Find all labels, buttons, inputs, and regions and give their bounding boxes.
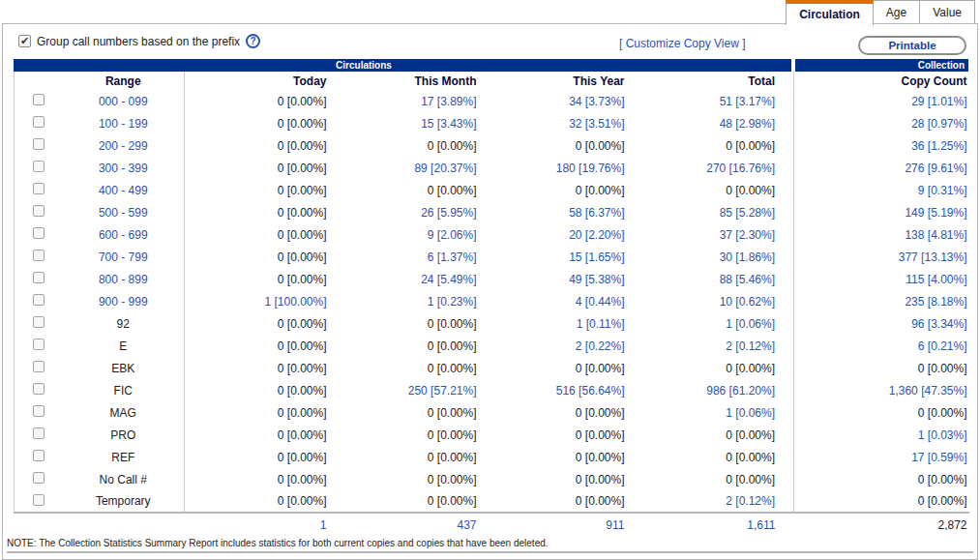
today-value: 0 [0.00%]: [278, 428, 327, 442]
row-checkbox[interactable]: [33, 227, 45, 239]
this-year-value[interactable]: 49 [5.38%]: [569, 273, 624, 286]
row-checkbox[interactable]: [33, 116, 45, 128]
this-year-value[interactable]: 34 [3.73%]: [569, 95, 624, 108]
totals-total[interactable]: 1,611: [747, 518, 775, 532]
total-value[interactable]: 51 [3.17%]: [720, 95, 775, 108]
group-prefix-checkbox[interactable]: ✔: [18, 35, 31, 47]
this-month-value[interactable]: 17 [3.89%]: [421, 95, 476, 108]
this-year-value[interactable]: 20 [2.20%]: [569, 228, 624, 242]
this-month-value[interactable]: 24 [5.49%]: [421, 273, 476, 286]
total-value[interactable]: 1 [0.06%]: [726, 406, 775, 420]
copy-count-value[interactable]: 377 [13.13%]: [899, 251, 967, 264]
row-checkbox[interactable]: [33, 472, 45, 484]
today-value: 0 [0.00%]: [278, 451, 327, 464]
row-checkbox[interactable]: [33, 205, 45, 217]
total-value[interactable]: 986 [61.20%]: [706, 384, 775, 398]
copy-count-value[interactable]: 138 [4.81%]: [905, 228, 966, 242]
range-link[interactable]: 000 - 099: [99, 95, 148, 108]
this-month-value[interactable]: 89 [20.37%]: [414, 162, 476, 175]
customize-copy-view-link[interactable]: [ Customize Copy View ]: [619, 37, 746, 50]
tab-age[interactable]: Age: [873, 0, 920, 23]
table-row: 900 - 9991 [100.00%]1 [0.23%]4 [0.44%]10…: [15, 290, 969, 312]
totals-this-year[interactable]: 911: [606, 518, 624, 532]
help-icon[interactable]: ?: [246, 34, 260, 48]
copy-count-value[interactable]: 96 [3.34%]: [911, 317, 966, 331]
range-link[interactable]: 300 - 399: [99, 162, 148, 175]
this-month-value[interactable]: 26 [5.95%]: [421, 206, 476, 220]
today-value[interactable]: 1 [100.00%]: [264, 295, 326, 309]
row-checkbox[interactable]: [33, 294, 45, 306]
copy-count-value[interactable]: 235 [8.18%]: [905, 295, 966, 309]
copy-count-value[interactable]: 276 [9.61%]: [905, 162, 966, 175]
tab-circulation[interactable]: Circulation: [786, 0, 874, 25]
row-checkbox[interactable]: [33, 183, 45, 194]
this-month-value: 0 [0.00%]: [428, 317, 477, 331]
row-checkbox[interactable]: [33, 383, 45, 395]
totals-today[interactable]: 1: [320, 518, 327, 532]
row-checkbox[interactable]: [33, 405, 45, 417]
range-link[interactable]: 700 - 799: [99, 251, 148, 264]
printable-button[interactable]: Printable: [858, 36, 966, 55]
total-value[interactable]: 270 [16.76%]: [706, 162, 775, 175]
this-year-value[interactable]: 516 [56.64%]: [556, 384, 625, 398]
copy-count-value[interactable]: 115 [4.00%]: [906, 273, 966, 286]
row-checkbox[interactable]: [33, 494, 45, 506]
copy-count-value[interactable]: 9 [0.31%]: [918, 184, 967, 197]
total-value[interactable]: 48 [2.98%]: [720, 117, 775, 131]
this-month-value[interactable]: 9 [2.06%]: [428, 228, 477, 242]
table-row: FIC0 [0.00%]250 [57.21%]516 [56.64%]986 …: [15, 379, 969, 401]
this-year-value[interactable]: 32 [3.51%]: [569, 117, 624, 131]
this-year-value[interactable]: 58 [6.37%]: [569, 206, 624, 220]
total-value[interactable]: 1 [0.06%]: [726, 317, 775, 331]
copy-count-value[interactable]: 1,360 [47.35%]: [889, 384, 967, 398]
copy-count-value[interactable]: 149 [5.19%]: [905, 206, 966, 220]
range-link[interactable]: 400 - 499: [99, 184, 148, 197]
copy-count-value[interactable]: 36 [1.25%]: [911, 139, 966, 153]
total-value[interactable]: 85 [5.28%]: [720, 206, 775, 220]
range-link[interactable]: 600 - 699: [99, 228, 148, 242]
copy-count-value: 0 [0.00%]: [918, 362, 967, 375]
this-month-value[interactable]: 6 [1.37%]: [428, 251, 477, 264]
range-link[interactable]: 800 - 899: [99, 273, 148, 286]
range-link[interactable]: 900 - 999: [99, 295, 148, 309]
row-checkbox[interactable]: [33, 361, 45, 372]
total-value[interactable]: 88 [5.46%]: [720, 273, 775, 286]
row-checkbox[interactable]: [33, 339, 45, 350]
this-year-value[interactable]: 2 [0.22%]: [576, 339, 625, 353]
row-checkbox[interactable]: [33, 427, 45, 439]
table-row: 400 - 4990 [0.00%]0 [0.00%]0 [0.00%]0 [0…: [15, 179, 969, 201]
row-checkbox[interactable]: [33, 250, 45, 261]
total-value[interactable]: 2 [0.12%]: [726, 494, 775, 508]
range-link[interactable]: 100 - 199: [99, 117, 148, 131]
copy-count-value[interactable]: 17 [0.59%]: [911, 451, 966, 464]
this-month-value[interactable]: 15 [3.43%]: [421, 117, 476, 131]
row-checkbox[interactable]: [33, 161, 45, 172]
totals-this-month[interactable]: 437: [457, 518, 476, 532]
total-value[interactable]: 2 [0.12%]: [726, 339, 775, 353]
row-checkbox[interactable]: [33, 138, 45, 150]
tab-value[interactable]: Value: [919, 0, 975, 23]
row-checkbox[interactable]: [33, 272, 45, 283]
total-value[interactable]: 30 [1.86%]: [720, 251, 775, 264]
this-year-value[interactable]: 4 [0.44%]: [576, 295, 625, 309]
this-year-value[interactable]: 180 [19.76%]: [556, 162, 625, 175]
copy-count-value[interactable]: 6 [0.21%]: [918, 339, 967, 353]
total-value[interactable]: 10 [0.62%]: [720, 295, 775, 309]
row-checkbox[interactable]: [33, 316, 45, 328]
total-value[interactable]: 37 [2.30%]: [720, 228, 775, 242]
this-year-column-header: This Year: [485, 72, 633, 90]
table-row: 300 - 3990 [0.00%]89 [20.37%]180 [19.76%…: [15, 157, 969, 179]
row-checkbox[interactable]: [33, 94, 45, 105]
row-checkbox[interactable]: [33, 450, 45, 461]
copy-count-value[interactable]: 28 [0.97%]: [911, 117, 966, 131]
range-link[interactable]: 200 - 299: [99, 139, 148, 153]
copy-count-value[interactable]: 29 [1.01%]: [911, 95, 966, 108]
this-month-value[interactable]: 1 [0.23%]: [428, 295, 477, 309]
this-year-value[interactable]: 15 [1.65%]: [569, 251, 624, 264]
range-link[interactable]: 500 - 599: [99, 206, 148, 220]
this-month-value[interactable]: 250 [57.21%]: [408, 384, 477, 398]
this-month-value: 0 [0.00%]: [428, 473, 477, 486]
copy-count-value[interactable]: 1 [0.03%]: [918, 428, 967, 442]
table-row: 000 - 0990 [0.00%]17 [3.89%]34 [3.73%]51…: [15, 90, 969, 112]
this-year-value[interactable]: 1 [0.11%]: [577, 317, 625, 331]
